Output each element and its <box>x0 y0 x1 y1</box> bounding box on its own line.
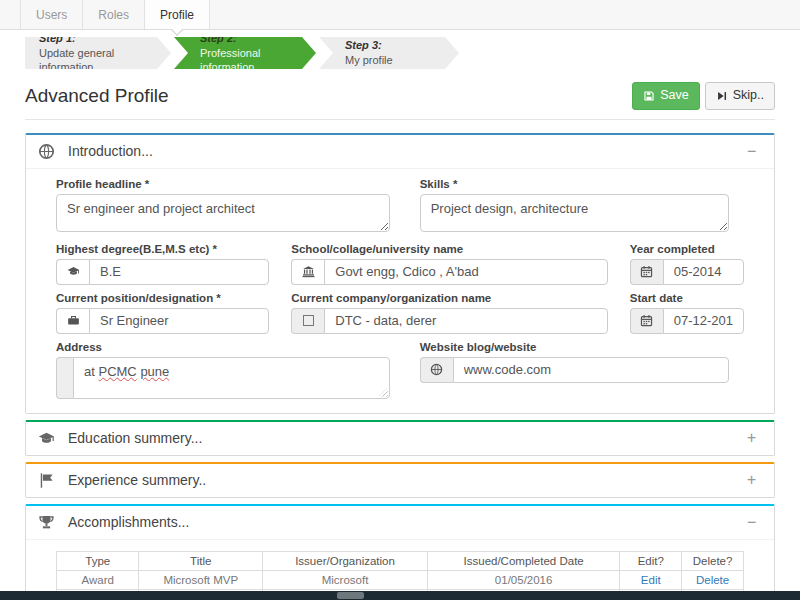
table-row: Award Microsoft MVP Microsoft 01/05/2016… <box>57 570 744 589</box>
step-1-title: Step 1: <box>39 31 153 46</box>
tab-users[interactable]: Users <box>20 0 82 29</box>
profile-headline-input[interactable]: Sr engineer and project architect <box>56 194 390 232</box>
website-label: Website blog/website <box>420 341 730 353</box>
step-3-title: Step 3: <box>345 38 441 53</box>
experience-panel-header[interactable]: Experience summery.. + <box>26 464 774 497</box>
experience-expand-button[interactable]: + <box>741 473 762 488</box>
education-panel-title: Education summery... <box>68 430 202 446</box>
skills-label: Skills * <box>420 178 730 190</box>
header-divider <box>25 119 775 120</box>
profile-headline-label: Profile headline * <box>56 178 390 190</box>
profile-headline-field: Profile headline * Sr engineer and proje… <box>56 178 390 236</box>
globe-icon <box>420 357 453 383</box>
skip-forward-icon <box>716 90 728 102</box>
skills-field: Skills * Project design, architecture <box>420 178 730 236</box>
cell-date: 01/05/2016 <box>427 570 619 589</box>
school-input[interactable] <box>324 259 607 285</box>
building-icon <box>291 308 324 334</box>
table-header-row: Type Title Issuer/Organization Issued/Co… <box>57 551 744 570</box>
save-button-label: Save <box>660 87 689 105</box>
start-date-input[interactable] <box>663 308 744 334</box>
col-header-delete: Delete? <box>682 551 744 570</box>
education-panel: Education summery... + <box>25 420 775 456</box>
bank-icon <box>291 259 324 285</box>
tab-roles[interactable]: Roles <box>82 0 144 29</box>
page-header: Advanced Profile Save Skip.. <box>0 69 800 110</box>
col-header-type: Type <box>57 551 139 570</box>
tab-roles-label: Roles <box>98 8 129 22</box>
step-2-title: Step 2: <box>200 31 298 46</box>
highest-degree-input[interactable] <box>89 259 269 285</box>
experience-panel-title: Experience summery.. <box>68 472 206 488</box>
address-text: at <box>84 364 98 379</box>
tab-profile[interactable]: Profile <box>144 0 210 29</box>
cell-type: Award <box>57 570 139 589</box>
education-expand-button[interactable]: + <box>741 431 762 446</box>
introduction-collapse-button[interactable]: − <box>741 144 762 159</box>
active-tab-caret-icon <box>171 23 184 36</box>
current-position-input[interactable] <box>89 308 269 334</box>
col-header-issuer: Issuer/Organization <box>263 551 428 570</box>
cell-title: Microsoft MVP <box>139 570 263 589</box>
address-word-misspelled: pune <box>140 364 169 379</box>
step-3-subtitle: My profile <box>345 53 441 68</box>
address-addon <box>56 357 73 399</box>
delete-link[interactable]: Delete <box>696 574 729 586</box>
experience-panel: Experience summery.. + <box>25 462 775 498</box>
col-header-date: Issued/Completed Date <box>427 551 619 570</box>
header-buttons: Save Skip.. <box>632 82 775 110</box>
save-button[interactable]: Save <box>632 82 700 110</box>
introduction-panel-title: Introduction... <box>68 143 153 159</box>
highest-degree-label: Highest degree(B.E,M.S etc) * <box>56 243 269 255</box>
start-date-label: Start date <box>630 292 744 304</box>
page-title: Advanced Profile <box>25 85 169 107</box>
horizontal-scrollbar-track[interactable] <box>0 591 800 600</box>
cell-issuer: Microsoft <box>263 570 428 589</box>
introduction-panel: Introduction... − Profile headline * Sr … <box>25 133 775 414</box>
address-input[interactable]: at PCMC pune <box>73 357 390 399</box>
current-company-label: Current company/organization name <box>291 292 607 304</box>
calendar-icon <box>630 308 663 334</box>
year-completed-label: Year completed <box>630 243 744 255</box>
horizontal-scrollbar-thumb[interactable] <box>337 592 364 599</box>
wizard-step-2-active[interactable]: Step 2: Professional information <box>174 37 316 69</box>
accomplishments-panel-title: Accomplishments... <box>68 514 189 530</box>
website-field: Website blog/website <box>420 341 730 399</box>
resize-grip-icon[interactable] <box>379 388 388 397</box>
wizard-step-3[interactable]: Step 3: My profile <box>319 37 459 69</box>
edit-link[interactable]: Edit <box>641 574 661 586</box>
address-label: Address <box>56 341 390 353</box>
current-position-field: Current position/designation * <box>56 292 269 334</box>
graduation-cap-icon <box>56 259 89 285</box>
step-wizard: Step 1: Update general information Step … <box>25 37 800 69</box>
calendar-icon <box>630 259 663 285</box>
accomplishments-panel-header[interactable]: Accomplishments... − <box>26 506 774 540</box>
col-header-title: Title <box>139 551 263 570</box>
address-field: Address at PCMC pune <box>56 341 390 399</box>
current-company-input[interactable] <box>324 308 607 334</box>
year-completed-input[interactable] <box>663 259 744 285</box>
introduction-panel-body: Profile headline * Sr engineer and proje… <box>26 169 774 413</box>
wizard-step-1[interactable]: Step 1: Update general information <box>25 37 171 69</box>
accomplishments-panel: Accomplishments... − Type Title Issuer/O… <box>25 504 775 600</box>
globe-icon <box>38 143 55 160</box>
current-position-label: Current position/designation * <box>56 292 269 304</box>
tab-users-label: Users <box>36 8 67 22</box>
top-tab-bar: Users Roles Profile <box>0 0 800 30</box>
education-panel-header[interactable]: Education summery... + <box>26 422 774 455</box>
skills-input[interactable]: Project design, architecture <box>420 194 730 232</box>
current-company-field: Current company/organization name <box>291 292 607 334</box>
briefcase-icon <box>56 308 89 334</box>
highest-degree-field: Highest degree(B.E,M.S etc) * <box>56 243 269 285</box>
year-completed-field: Year completed <box>630 243 744 285</box>
flag-icon <box>38 472 55 489</box>
skip-button[interactable]: Skip.. <box>705 82 775 110</box>
tab-profile-label: Profile <box>160 8 194 22</box>
introduction-panel-header[interactable]: Introduction... − <box>26 135 774 169</box>
graduation-cap-icon <box>38 430 55 447</box>
address-word-misspelled: PCMC <box>98 364 136 379</box>
accomplishments-collapse-button[interactable]: − <box>741 515 762 530</box>
website-input[interactable] <box>453 357 730 383</box>
skip-button-label: Skip.. <box>733 87 764 105</box>
start-date-field: Start date <box>630 292 744 334</box>
